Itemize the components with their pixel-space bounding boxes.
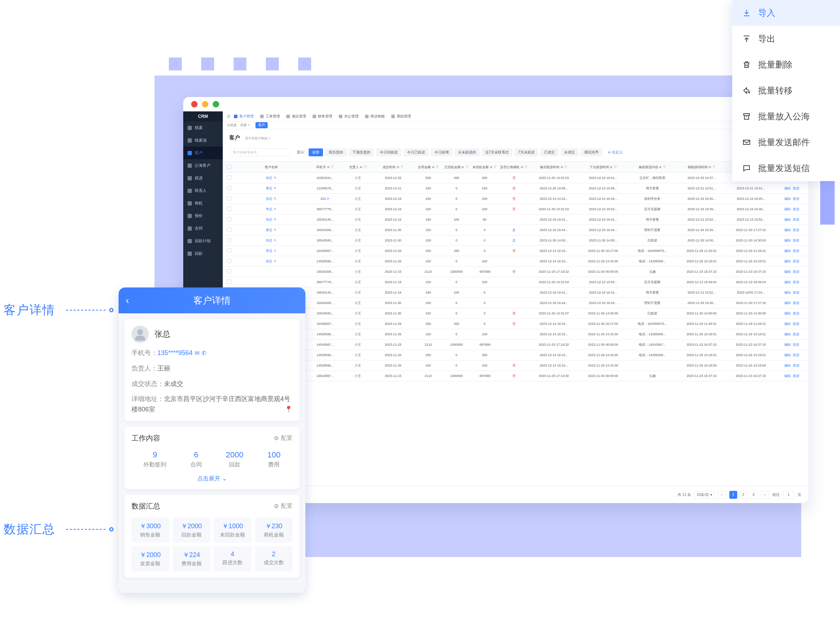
sidebar-item-7[interactable]: 报价 bbox=[183, 210, 223, 222]
row-follow[interactable]: 跟进 bbox=[793, 218, 799, 221]
work-stat[interactable]: 9外勤签到 bbox=[143, 450, 166, 469]
money-item[interactable]: ￥2000发票金额 bbox=[131, 546, 169, 571]
search-input[interactable]: 客户名称/手机号 bbox=[229, 149, 290, 156]
sidebar-item-4[interactable]: 跟进 bbox=[183, 172, 223, 184]
money-item[interactable]: ￥230商机金额 bbox=[255, 517, 293, 542]
menu-icon[interactable]: ☰ bbox=[227, 114, 230, 118]
traffic-light-min[interactable] bbox=[202, 101, 208, 107]
edit-icon[interactable]: ✎ bbox=[274, 218, 277, 221]
topnav-item-3[interactable]: 财务管理 bbox=[313, 114, 332, 119]
work-stat[interactable]: 2000回款 bbox=[226, 450, 243, 469]
th-11[interactable]: 最新跟进内容 ≎ ▽ bbox=[628, 162, 677, 173]
call-icon[interactable]: ✆ bbox=[201, 350, 206, 356]
row-edit[interactable]: 编辑 bbox=[784, 364, 791, 367]
row-edit[interactable]: 编辑 bbox=[784, 238, 791, 242]
pager-page-1[interactable]: 1 bbox=[729, 491, 737, 499]
row-follow[interactable]: 跟进 bbox=[793, 322, 799, 326]
filter-chip-7[interactable]: 近7天未联系过 bbox=[482, 149, 513, 156]
customer-link[interactable]: 张总 bbox=[266, 238, 272, 242]
row-checkbox[interactable] bbox=[227, 238, 232, 242]
filter-chip-8[interactable]: 7天未跟进 bbox=[514, 149, 538, 156]
filter-chip-4[interactable]: 今日已跟进 bbox=[404, 149, 429, 156]
customer-link[interactable]: 黄总 bbox=[266, 228, 272, 232]
row-follow[interactable]: 跟进 bbox=[793, 228, 799, 232]
filter-custom[interactable]: ⊕ 自定义 bbox=[608, 150, 623, 155]
th-4[interactable]: 成交时间 ≎ ▽ bbox=[372, 162, 414, 173]
work-stat[interactable]: 100费用 bbox=[267, 450, 281, 469]
topnav-item-1[interactable]: 工单管理 bbox=[260, 114, 280, 119]
edit-icon[interactable]: ✎ bbox=[274, 228, 277, 232]
customer-link[interactable]: 张总 bbox=[266, 259, 272, 263]
topnav-item-6[interactable]: 系统管理 bbox=[391, 114, 411, 119]
row-follow[interactable]: 跟进 bbox=[793, 249, 799, 253]
refresh-icon[interactable]: ⟳ bbox=[327, 197, 329, 200]
sidebar-item-10[interactable]: 回款 bbox=[183, 247, 223, 260]
row-follow[interactable]: 跟进 bbox=[793, 333, 799, 336]
row-edit[interactable]: 编辑 bbox=[784, 312, 791, 315]
expand-button[interactable]: 点击展开 ⌄ bbox=[131, 475, 292, 483]
action-archive[interactable]: 批量放入公海 bbox=[732, 104, 840, 130]
th-5[interactable]: 合同金额 ≎ ▽ bbox=[414, 162, 442, 173]
row-checkbox[interactable] bbox=[227, 206, 232, 211]
row-follow[interactable]: 跟进 bbox=[793, 312, 799, 315]
row-checkbox[interactable] bbox=[227, 280, 232, 284]
location-icon[interactable]: 📍 bbox=[284, 404, 292, 415]
row-follow[interactable]: 跟进 bbox=[793, 197, 799, 200]
row-checkbox[interactable] bbox=[227, 269, 232, 274]
filter-chip-11[interactable]: 测试排序 bbox=[581, 149, 602, 156]
row-edit[interactable]: 编辑 bbox=[784, 197, 791, 200]
action-mail[interactable]: 批量发送邮件 bbox=[732, 130, 840, 155]
pager-prev[interactable]: ‹ bbox=[718, 491, 726, 499]
work-config[interactable]: ⚙配置 bbox=[274, 434, 292, 442]
th-10[interactable]: 下次跟进时间 ≎ ▽ bbox=[578, 162, 628, 173]
action-message[interactable]: 批量发送短信 bbox=[732, 155, 840, 181]
th-1[interactable]: 客户名称 bbox=[236, 162, 307, 173]
th-8[interactable]: 是否公海领取 ≎ ▽ bbox=[499, 162, 529, 173]
row-checkbox[interactable] bbox=[227, 217, 232, 221]
topnav-item-4[interactable]: 办公管理 bbox=[339, 114, 359, 119]
row-follow[interactable]: 跟进 bbox=[793, 353, 799, 357]
back-icon[interactable]: ‹ bbox=[126, 294, 129, 306]
edit-icon[interactable]: ✎ bbox=[274, 249, 277, 253]
row-edit[interactable]: 编辑 bbox=[784, 301, 791, 305]
row-edit[interactable]: 编辑 bbox=[784, 322, 791, 326]
action-upload[interactable]: 导出 bbox=[732, 26, 840, 52]
pager-page-2[interactable]: 2 bbox=[739, 491, 747, 499]
checkbox-all[interactable] bbox=[227, 165, 232, 169]
row-edit[interactable]: 编辑 bbox=[784, 353, 791, 357]
row-checkbox[interactable] bbox=[227, 227, 232, 232]
row-edit[interactable]: 编辑 bbox=[784, 291, 791, 294]
row-follow[interactable]: 跟进 bbox=[793, 259, 799, 263]
row-follow[interactable]: 跟进 bbox=[793, 270, 799, 274]
row-edit[interactable]: 编辑 bbox=[784, 259, 791, 263]
pager-page-3[interactable]: 3 bbox=[749, 491, 757, 499]
crumb-tag[interactable]: 客户 bbox=[256, 122, 268, 128]
page-hint[interactable]: 暂不到客户数据？ bbox=[245, 136, 271, 140]
row-follow[interactable]: 跟进 bbox=[793, 291, 799, 294]
sidebar-item-6[interactable]: 商机 bbox=[183, 197, 223, 210]
action-share[interactable]: 批量转移 bbox=[732, 78, 840, 104]
row-edit[interactable]: 编辑 bbox=[784, 218, 791, 221]
money-item[interactable]: 2成交次数 bbox=[255, 546, 293, 571]
pager-perpage[interactable]: 10条/页 ▾ bbox=[695, 491, 714, 499]
filter-chip-3[interactable]: 今日待跟进 bbox=[376, 149, 401, 156]
customer-link[interactable]: 张总 bbox=[266, 197, 272, 200]
th-3[interactable]: 负责人 ≎ ▽ bbox=[344, 162, 372, 173]
money-item[interactable]: ￥1000未回款金额 bbox=[214, 517, 251, 542]
row-edit[interactable]: 编辑 bbox=[784, 228, 791, 232]
filter-chip-2[interactable]: 下属负责的 bbox=[349, 149, 374, 156]
work-stat[interactable]: 6合同 bbox=[190, 450, 202, 469]
th-2[interactable]: 手机号 ≎ ▽ bbox=[306, 162, 343, 173]
filter-chip-1[interactable]: 我负责的 bbox=[325, 149, 347, 156]
row-checkbox[interactable] bbox=[227, 248, 232, 253]
row-follow[interactable]: 跟进 bbox=[793, 280, 799, 284]
th-9[interactable]: 最后跟进时间 ≎ ▽ bbox=[529, 162, 578, 173]
sidebar-item-0[interactable]: 线索 bbox=[183, 122, 223, 134]
th-7[interactable]: 未回款金额 ≎ ▽ bbox=[471, 162, 499, 173]
row-checkbox[interactable] bbox=[227, 186, 232, 190]
th-0[interactable] bbox=[223, 162, 236, 173]
customer-link[interactable]: 张总 bbox=[266, 218, 272, 221]
row-edit[interactable]: 编辑 bbox=[784, 343, 791, 346]
topnav-item-0[interactable]: 客户管理 bbox=[234, 114, 254, 119]
row-edit[interactable]: 编辑 bbox=[784, 207, 791, 211]
